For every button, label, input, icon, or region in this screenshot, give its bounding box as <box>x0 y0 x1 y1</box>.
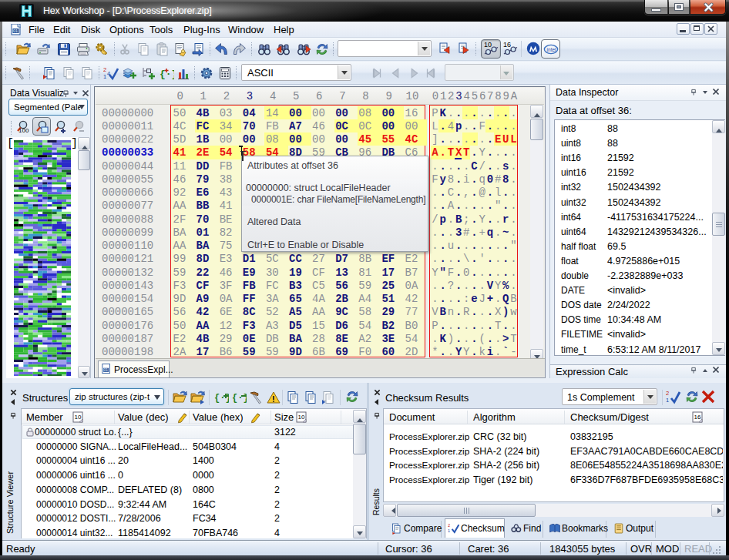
svg-text:1: 1 <box>448 528 450 533</box>
svg-text:2: 2 <box>448 523 450 528</box>
svg-text:2: 2 <box>103 66 106 73</box>
svg-text:1: 1 <box>666 397 669 404</box>
svg-text:10: 10 <box>75 414 82 421</box>
svg-text:{·}: {·} <box>214 393 229 404</box>
svg-text:16: 16 <box>503 41 511 49</box>
svg-text:10: 10 <box>298 414 305 421</box>
svg-text:01: 01 <box>104 368 109 372</box>
svg-text:10: 10 <box>484 41 492 49</box>
svg-text:2: 2 <box>666 390 669 397</box>
svg-text:1: 1 <box>103 73 106 80</box>
svg-text:16: 16 <box>694 414 701 421</box>
svg-text:01: 01 <box>13 29 18 33</box>
svg-text:100: 100 <box>18 127 29 134</box>
svg-text:intel: intel <box>547 47 556 52</box>
svg-text:{·}: {·} <box>232 393 247 404</box>
